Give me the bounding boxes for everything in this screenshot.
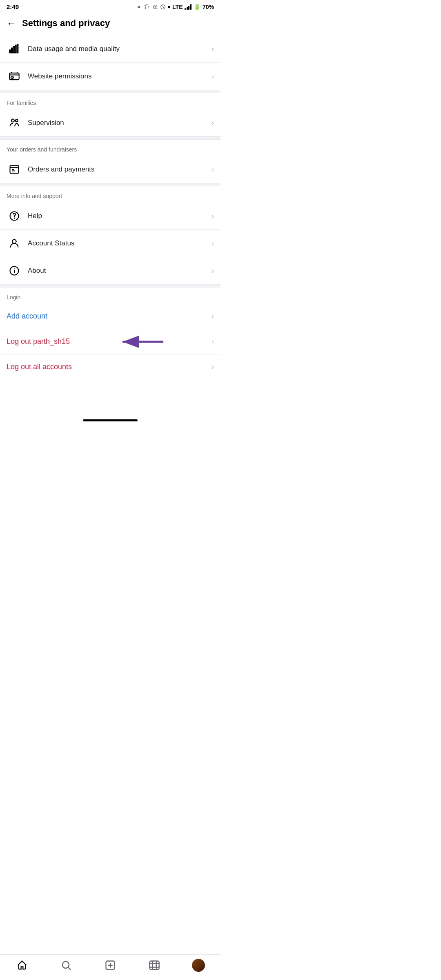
svg-point-8	[16, 119, 18, 122]
supervision-label: Supervision	[28, 119, 212, 127]
section-1: Data usage and media quality › Website p…	[0, 36, 220, 90]
page-header: ← Settings and privacy	[0, 13, 220, 36]
data-usage-icon	[7, 41, 22, 57]
logout-all-item[interactable]: Log out all accounts ›	[0, 354, 220, 379]
svg-point-3	[154, 6, 156, 8]
divider-2	[0, 136, 220, 140]
orders-payments-label: Orders and payments	[28, 165, 212, 174]
about-icon	[7, 263, 22, 278]
content-area: Data usage and media quality › Website p…	[0, 36, 220, 416]
section-support: More info and support Help › Account	[0, 186, 220, 284]
website-permissions-icon	[7, 69, 22, 84]
add-account-item[interactable]: Add account ›	[0, 304, 220, 329]
website-permissions-item[interactable]: Website permissions ›	[0, 63, 220, 90]
chevron-right-icon: ›	[212, 212, 214, 220]
section-login: Login Add account › Log out parth_sh15 ›	[0, 287, 220, 379]
chevron-right-icon: ›	[212, 312, 214, 321]
data-usage-item[interactable]: Data usage and media quality ›	[0, 36, 220, 63]
data-usage-label: Data usage and media quality	[28, 45, 212, 53]
account-status-label: Account Status	[28, 239, 212, 247]
battery-percent: 70%	[203, 4, 214, 10]
account-status-icon	[7, 236, 22, 251]
page-title: Settings and privacy	[22, 18, 110, 29]
chevron-right-icon: ›	[212, 337, 214, 346]
about-item[interactable]: About ›	[0, 257, 220, 284]
chevron-right-icon: ›	[212, 267, 214, 275]
divider-3	[0, 183, 220, 186]
svg-point-12	[12, 240, 16, 243]
svg-rect-5	[9, 73, 19, 80]
notif-icon1	[144, 4, 150, 10]
back-button[interactable]: ←	[7, 18, 16, 29]
chevron-right-icon: ›	[212, 72, 214, 81]
status-icons-left	[136, 4, 170, 10]
logout-account-label: Log out parth_sh15	[7, 337, 208, 346]
svg-point-7	[11, 119, 14, 122]
status-bar: 2:49 LTE	[0, 0, 220, 13]
status-right: LTE 🔋 70%	[136, 4, 214, 10]
account-status-item[interactable]: Account Status ›	[0, 230, 220, 257]
login-section-label: Login	[0, 287, 220, 304]
annotation-arrow	[118, 334, 167, 350]
about-label: About	[28, 267, 212, 275]
website-permissions-label: Website permissions	[28, 72, 212, 80]
circle-icon	[160, 4, 166, 10]
supervision-icon	[7, 115, 22, 131]
add-account-label: Add account	[7, 312, 212, 321]
chevron-right-icon: ›	[212, 165, 214, 174]
home-indicator	[83, 419, 138, 421]
logout-account-item[interactable]: Log out parth_sh15 ›	[0, 329, 220, 354]
status-time: 2:49	[7, 3, 19, 10]
svg-point-1	[138, 6, 139, 7]
chevron-right-icon: ›	[212, 45, 214, 53]
chevron-right-icon: ›	[212, 363, 214, 371]
divider-4	[0, 284, 220, 287]
svg-point-14	[14, 269, 14, 269]
orders-section-label: Your orders and fundraisers	[0, 140, 220, 156]
help-icon	[7, 208, 22, 224]
chevron-right-icon: ›	[212, 119, 214, 127]
signal-bars	[185, 4, 192, 10]
svg-rect-9	[10, 166, 19, 174]
battery-icon: 🔋	[194, 4, 200, 10]
logout-all-label: Log out all accounts	[7, 363, 212, 371]
chevron-right-icon: ›	[212, 239, 214, 248]
orders-payments-icon	[7, 162, 22, 177]
section-families: For families Supervision ›	[0, 93, 220, 136]
svg-rect-6	[11, 77, 13, 78]
purple-arrow-svg	[118, 334, 167, 350]
orders-payments-item[interactable]: Orders and payments ›	[0, 156, 220, 183]
help-label: Help	[28, 212, 212, 220]
notif-dot	[168, 6, 170, 8]
lte-text: LTE	[172, 4, 183, 10]
families-section-label: For families	[0, 93, 220, 109]
sim-icon	[136, 4, 142, 10]
chat-icon	[152, 4, 158, 10]
support-section-label: More info and support	[0, 186, 220, 203]
section-orders: Your orders and fundraisers Orders and p…	[0, 140, 220, 183]
help-item[interactable]: Help ›	[0, 203, 220, 230]
divider-1	[0, 90, 220, 93]
supervision-item[interactable]: Supervision ›	[0, 109, 220, 136]
